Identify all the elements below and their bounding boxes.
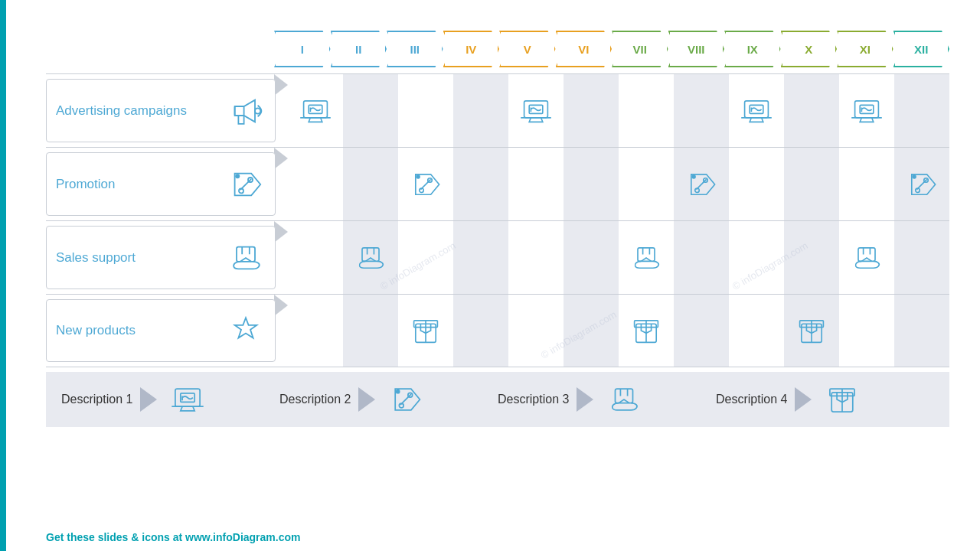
svg-rect-26 [237,246,255,261]
grid-cell-0-4 [508,74,564,147]
grid-cell-2-1 [343,221,398,294]
grid-cell-2-2 [398,221,453,294]
grid-cell-1-9 [784,148,839,220]
table-row-0: Advertising campaigns [46,73,949,147]
svg-point-20 [695,187,700,192]
grid-cell-3-11 [894,295,949,367]
grid-cells-3 [288,295,949,367]
grid-cell-3-2 [398,295,453,367]
grid-cell-0-0 [288,74,343,147]
month-banner-4: V [499,31,556,67]
label-icon-3 [226,311,266,350]
svg-point-14 [416,174,420,179]
cell-icon-0-0 [296,91,335,131]
svg-point-16 [420,187,424,192]
cell-icon-1-2 [406,165,446,204]
footer-text: Get these slides & icons at www.infoDiag… [46,531,300,543]
label-arrow-1 [274,148,288,169]
month-cell-9: X [781,29,838,69]
label-cell-0: Advertising campaigns [46,79,276,142]
label-arrow-3 [274,295,288,316]
grid-cell-0-5 [564,74,619,147]
table-area: Advertising campaigns [46,73,949,367]
grid-cell-3-7 [674,295,729,367]
month-cell-5: VI [556,29,612,69]
month-cell-10: XI [837,29,893,69]
grid-cell-3-10 [839,295,894,367]
label-arrow-0 [274,74,288,96]
month-cell-11: XII [893,29,950,69]
legend-label-0: Description 1 [61,393,132,406]
grid-cell-1-2 [398,148,453,220]
legend-label-1: Description 2 [279,393,351,406]
grid-cell-2-5 [564,221,619,294]
grid-cell-2-7 [674,221,729,294]
month-banner-6: VII [612,31,668,67]
label-icon-1 [226,165,266,204]
grid-cell-0-6 [619,74,674,147]
month-cell-3: IV [443,29,500,69]
svg-rect-45 [616,389,633,403]
grid-cell-3-8 [729,295,784,367]
grid-cell-3-4 [508,295,564,367]
grid-cell-2-3 [453,221,508,294]
grid-cell-0-8 [729,74,784,147]
cell-icon-1-11 [902,165,942,204]
grid-cell-3-9 [784,295,839,367]
footer: Get these slides & icons at www.infoDiag… [46,531,300,543]
grid-cell-3-1 [343,295,398,367]
grid-cell-0-3 [453,74,508,147]
month-cell-7: VIII [668,29,725,69]
label-cell-1: Promotion [46,152,276,216]
label-icon-2 [226,238,266,278]
legend-item-1: Description 2 [279,380,498,419]
grid-cell-2-6 [619,221,674,294]
cell-icon-2-1 [351,238,390,278]
legend-arrow-3 [795,387,812,412]
month-banner-0: I [274,31,331,67]
label-cell-2: Sales support [46,226,276,289]
legend-icon-2 [604,380,644,419]
legend-item-3: Description 4 [716,380,934,419]
grid-cell-0-7 [674,74,729,147]
svg-rect-0 [235,106,244,116]
label-icon-0 [226,91,266,131]
grid-cell-2-4 [508,221,564,294]
legend-arrow-1 [358,387,375,412]
month-banner-7: VIII [668,31,725,67]
left-accent [0,0,6,551]
grid-cell-2-10 [839,221,894,294]
cell-icon-1-7 [681,165,721,204]
svg-point-10 [235,174,240,178]
month-cell-0: I [274,29,331,69]
svg-point-22 [912,174,916,179]
month-banner-8: IX [724,31,781,67]
grid-cell-1-0 [288,148,343,220]
month-banner-11: XII [893,31,950,67]
label-text-1: Promotion [56,177,115,192]
grid-cell-1-3 [453,148,508,220]
legend-arrow-2 [577,387,593,412]
month-banner-5: VI [556,31,612,67]
grid-cell-1-1 [343,148,398,220]
cell-icon-0-10 [847,91,887,131]
cell-icon-0-4 [516,91,556,131]
grid-cells-0 [288,74,949,147]
svg-point-18 [691,174,696,179]
grid-cell-2-9 [784,221,839,294]
grid-cells-1 [288,148,949,220]
grid-cell-1-11 [894,148,949,220]
grid-cell-2-8 [729,221,784,294]
month-banner-10: XI [837,31,893,67]
grid-cell-0-2 [398,74,453,147]
label-cell-3: New products [46,299,276,362]
month-banner-2: III [387,31,443,67]
legend-row: Description 1 Description 2 Description … [46,372,949,427]
legend-item-2: Description 3 [498,380,716,419]
svg-point-1 [255,108,260,113]
legend-icon-3 [822,380,862,419]
month-banner-3: IV [443,31,500,67]
grid-cell-1-5 [564,148,619,220]
cell-icon-2-6 [626,238,666,278]
grid-cell-3-3 [453,295,508,367]
